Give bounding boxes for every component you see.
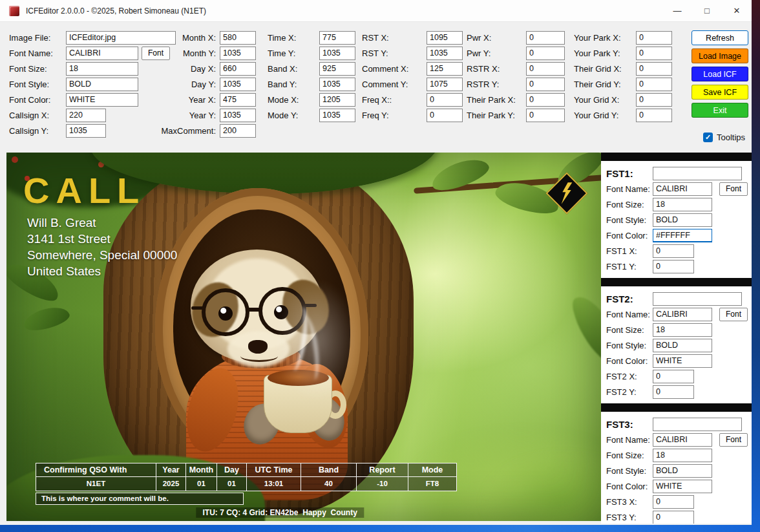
form-column-1: Image File:Font Name:FontFont Size:Font … [9,30,176,138]
comment-x-input[interactable] [427,62,463,76]
qso-value-cell: 40 [301,477,357,491]
maximize-button[interactable]: □ [692,0,722,21]
your-park-x-input[interactable] [636,31,672,45]
form-column-4: RST X:RST Y:Comment X:Comment Y:Freq X::… [362,30,463,123]
fst-section-3: FST3:Font Name:FontFont Size:Font Style:… [601,412,752,524]
font-name-input[interactable] [66,47,138,60]
form-row: Pwr X: [467,30,565,45]
fst3-font-name-font-button[interactable]: Font [719,433,748,447]
fst3-font-size-input[interactable] [653,449,712,462]
minimize-button[interactable]: — [662,0,692,21]
image-file-label: Image File: [9,33,62,43]
fst3-x-input[interactable] [653,495,694,509]
fst2-x-input[interactable] [653,370,694,383]
their-park-x-input[interactable] [526,93,565,107]
day-x-input[interactable] [220,62,256,76]
address-line: Will B. Great [27,215,177,231]
exit-button[interactable]: Exit [691,103,748,118]
refresh-button[interactable]: Refresh [691,30,748,45]
fst1-font-name-input[interactable] [653,182,712,196]
fst1-x-input[interactable] [653,244,694,258]
fst1-font-color-input[interactable] [653,229,712,242]
your-grid-x-input[interactable] [636,93,672,107]
rstr-y-input[interactable] [526,78,565,91]
form-row: Callsign Y: [9,123,176,138]
form-row: Time X: [268,30,355,45]
rst-y-input[interactable] [427,47,463,60]
fst1-font-size-label: Font Size: [606,200,650,209]
day-y-input[interactable] [220,78,256,91]
fst3-font-style-input[interactable] [653,464,712,478]
mode-y-input[interactable] [319,109,355,122]
fst3-text-input[interactable] [653,418,742,431]
max-comment-input[interactable] [220,124,256,138]
fst-row: Font Size: [606,198,748,211]
load-image-button[interactable]: Load Image [691,48,748,63]
rst-x-input[interactable] [427,31,463,45]
band-x-input[interactable] [319,62,355,76]
fst1-font-size-input[interactable] [653,198,712,211]
qso-value-cell: FT8 [408,477,456,491]
fst3-font-name-input[interactable] [653,433,712,447]
time-x-input[interactable] [319,31,355,45]
year-x-input[interactable] [220,93,256,107]
fst1-text-input[interactable] [653,167,742,180]
your-grid-y-label: Your Grid Y: [574,111,632,120]
qso-header-cell: Mode [408,463,456,477]
fst-row: Font Name:Font [606,182,748,195]
year-y-input[interactable] [220,109,256,122]
comment-y-input[interactable] [427,78,463,91]
close-button[interactable]: ✕ [722,0,752,21]
fst2-font-size-input[interactable] [653,323,712,337]
font-style-input[interactable] [66,78,138,91]
fst2-font-style-input[interactable] [653,339,712,352]
month-y-label: Month Y: [155,48,216,58]
month-y-input[interactable] [220,47,256,60]
app-icon [9,6,19,16]
rstr-x-input[interactable] [526,62,565,76]
fst3-y-input[interactable] [653,511,694,524]
fst-row: FST1 X: [606,244,748,257]
font-color-input[interactable] [66,93,138,107]
freq-x-input[interactable] [427,93,463,107]
form-row: Their Grid X: [574,61,672,76]
form-row: RSTR Y: [467,76,565,92]
band-y-input[interactable] [319,78,355,91]
fst-row: FST1 Y: [606,260,748,273]
fst1-y-input[interactable] [653,260,694,273]
callsign-y-input[interactable] [66,124,106,138]
pwr-x-input[interactable] [526,31,565,45]
form-row: Mode X: [268,92,355,107]
tooltips-checkbox[interactable]: ✓ [703,133,713,142]
fst3-font-color-input[interactable] [653,480,712,493]
fst3-font-color-label: Font Color: [606,482,650,491]
comment-x-label: Comment X: [362,64,423,74]
your-park-y-input[interactable] [636,47,672,60]
their-park-y-input[interactable] [526,109,565,122]
freq-y-input[interactable] [427,109,463,122]
save-icf-button[interactable]: Save ICF [691,85,748,100]
fst2-font-name-font-button[interactable]: Font [719,308,748,321]
their-grid-y-input[interactable] [636,78,672,91]
band-x-label: Band X: [268,64,315,74]
form-row: Freq Y: [362,107,463,123]
fst2-y-input[interactable] [653,385,694,399]
form-row: Year Y: [155,107,256,123]
font-size-input[interactable] [66,62,138,76]
font-style-label: Font Style: [9,80,62,89]
settings-form: RefreshLoad ImageLoad ICFSave ICFExit ✓ … [0,22,752,153]
their-grid-x-input[interactable] [636,62,672,76]
fst1-font-style-input[interactable] [653,213,712,227]
fst2-text-input[interactable] [653,292,742,306]
fst2-font-name-input[interactable] [653,308,712,321]
callsign-x-input[interactable] [66,109,106,122]
month-x-input[interactable] [220,31,256,45]
pwr-y-input[interactable] [526,47,565,60]
load-icf-button[interactable]: Load ICF [691,67,748,81]
fst2-font-color-input[interactable] [653,354,712,368]
your-grid-y-input[interactable] [636,109,672,122]
fst1-font-name-font-button[interactable]: Font [719,182,748,196]
mode-x-input[interactable] [319,93,355,107]
time-y-input[interactable] [319,47,355,60]
fst-section-2: FST2:Font Name:FontFont Size:Font Style:… [601,286,752,403]
